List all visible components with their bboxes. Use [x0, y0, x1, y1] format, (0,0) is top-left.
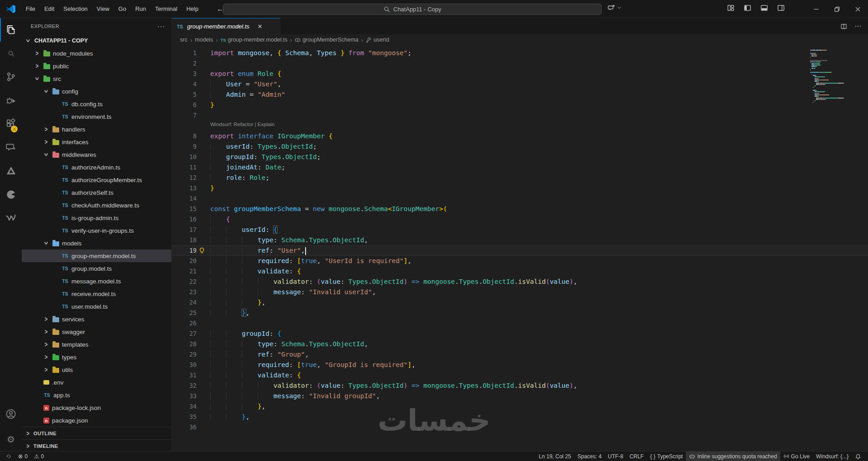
status-errors[interactable]: ⊗0: [15, 452, 31, 461]
minimap[interactable]: [810, 50, 861, 105]
code-line-6[interactable]: 6}: [172, 100, 868, 110]
code-line-15[interactable]: 15const groupMemberSchema = new mongoose…: [172, 204, 868, 214]
tree-item-models[interactable]: >models: [22, 237, 171, 249]
code-line-14[interactable]: 14: [172, 193, 868, 204]
status-windsurf-status[interactable]: Windsurf: {...}: [813, 452, 852, 461]
status-copilot-status[interactable]: Inline suggestions quota reached: [686, 452, 780, 461]
code-line-10[interactable]: 10 groupId: Types.ObjectId;: [172, 152, 868, 162]
activity-item-logo-a[interactable]: [0, 159, 22, 183]
code-line-21[interactable]: 21 validate: {: [172, 266, 868, 277]
tree-item-middlewares[interactable]: >middlewares: [22, 148, 171, 161]
chat-add-icon[interactable]: [608, 4, 615, 12]
code-line-11[interactable]: 11 joinedAt: Date;: [172, 162, 868, 173]
chevron-collapsed-icon[interactable]: >: [42, 366, 50, 373]
code-line-8[interactable]: 8export interface IGroupMember {: [172, 131, 868, 141]
code-line-4[interactable]: 4 User = "User",: [172, 79, 868, 89]
chevron-collapsed-icon[interactable]: >: [24, 442, 32, 450]
tree-item-types[interactable]: >types: [22, 351, 171, 363]
close-window-button[interactable]: [847, 0, 868, 18]
tree-item-authorizeself-ts[interactable]: TSauthorizeSelf.ts: [22, 186, 171, 199]
activity-item-logo-circle[interactable]: [0, 183, 22, 206]
tree-item-receive-model-ts[interactable]: TSreceive.model.ts: [22, 287, 171, 300]
chevron-collapsed-icon[interactable]: >: [42, 353, 50, 361]
chevron-expanded-icon[interactable]: >: [24, 37, 32, 44]
status-remote-indicator[interactable]: [3, 452, 15, 461]
status-go-live[interactable]: Go Live: [780, 452, 813, 461]
activity-item-windsurf[interactable]: [0, 206, 22, 230]
code-line-24[interactable]: 24 },: [172, 297, 868, 308]
tree-item-checkauth-middleware-ts[interactable]: TScheckAuth.middleware.ts: [22, 199, 171, 212]
toggle-panel-icon[interactable]: [760, 4, 768, 12]
chevron-collapsed-icon[interactable]: >: [42, 138, 50, 146]
status-cursor-position[interactable]: Ln 19, Col 25: [536, 452, 574, 461]
code-line-9[interactable]: 9 userId: Types.ObjectId;: [172, 141, 868, 152]
code-line-30[interactable]: 30 required: [true, "GroupId is required…: [172, 360, 868, 370]
status-warnings[interactable]: ⚠0: [31, 452, 47, 461]
code-line-27[interactable]: 27 groupId: {: [172, 329, 868, 339]
tree-item--env[interactable]: .env: [22, 376, 171, 389]
code-line-7[interactable]: 7: [172, 110, 868, 121]
activity-item-extensions[interactable]: ⚠: [0, 112, 22, 136]
tree-item-verify-user-in-groups-ts[interactable]: TSverify-user-in-groups.ts: [22, 224, 171, 237]
code-line-13[interactable]: 13}: [172, 183, 868, 193]
tree-item-authorizeadmin-ts[interactable]: TSauthorizeAdmin.ts: [22, 161, 171, 174]
menu-help[interactable]: Help: [182, 0, 203, 18]
menu-run[interactable]: Run: [131, 0, 151, 18]
code-line-1[interactable]: 1import mongoose, { Schema, Types } from…: [172, 48, 868, 58]
tab-close-icon[interactable]: ✕: [258, 23, 263, 30]
code-line-35[interactable]: 35 },: [172, 412, 868, 422]
code-line-34[interactable]: 34 },: [172, 401, 868, 412]
tree-item-app-ts[interactable]: TSapp.ts: [22, 389, 171, 401]
tree-item-is-group-admin-ts[interactable]: TSis-group-admin.ts: [22, 212, 171, 224]
code-line-23[interactable]: 23 message: "Invalid userId",: [172, 287, 868, 297]
code-line-22[interactable]: 22 validator: (value: Types.ObjectId) =>…: [172, 277, 868, 287]
sidebar-panel-timeline[interactable]: >TIMELINE: [22, 439, 171, 451]
code-line-32[interactable]: 32 validator: (value: Types.ObjectId) =>…: [172, 381, 868, 391]
code-line-33[interactable]: 33 message: "Invalid groupId",: [172, 391, 868, 401]
tab-group-member-model[interactable]: TS group-member.model.ts ✕: [172, 18, 280, 34]
chevron-collapsed-icon[interactable]: >: [42, 315, 50, 323]
code-line-12[interactable]: 12 role: Role;: [172, 173, 868, 183]
menu-view[interactable]: View: [92, 0, 114, 18]
activity-item-search[interactable]: [0, 42, 22, 65]
breadcrumb-userid[interactable]: userId: [366, 37, 389, 43]
tree-item-environment-ts[interactable]: TSenvironment.ts: [22, 110, 171, 123]
split-editor-icon[interactable]: [840, 23, 847, 30]
chevron-down-icon[interactable]: [617, 5, 623, 11]
command-center-search[interactable]: ChatApp11 - Copy: [223, 4, 602, 15]
code-line-17[interactable]: 17 userId: {: [172, 225, 868, 235]
code-line-16[interactable]: 16 {: [172, 214, 868, 225]
tree-item-package-lock-json[interactable]: npackage-lock.json: [22, 401, 171, 414]
activity-item-explorer[interactable]: [0, 18, 22, 42]
customize-layout-icon[interactable]: [727, 4, 735, 12]
tree-item-interfaces[interactable]: >interfaces: [22, 136, 171, 148]
chevron-expanded-icon[interactable]: >: [33, 75, 41, 82]
breadcrumb-group-member-model-ts[interactable]: TSgroup-member.model.ts: [221, 37, 288, 43]
tree-item-node-modules[interactable]: >node_modules: [22, 47, 171, 60]
tree-item-user-model-ts[interactable]: TSuser.model.ts: [22, 300, 171, 313]
code-line-31[interactable]: 31 validate: {: [172, 370, 868, 381]
sidebar-more-actions[interactable]: ···: [157, 23, 165, 30]
restore-button[interactable]: [826, 0, 847, 18]
chevron-collapsed-icon[interactable]: >: [42, 328, 50, 335]
tree-item-public[interactable]: >public: [22, 60, 171, 72]
tree-item-utils[interactable]: >utils: [22, 363, 171, 376]
chevron-collapsed-icon[interactable]: >: [33, 50, 41, 57]
code-line-36[interactable]: 36: [172, 422, 868, 433]
activity-item-source-control[interactable]: [0, 65, 22, 89]
chevron-expanded-icon[interactable]: >: [42, 88, 50, 95]
code-line-18[interactable]: 18 type: Schema.Types.ObjectId,: [172, 235, 868, 245]
status-notifications[interactable]: [852, 452, 864, 461]
code-line-26[interactable]: 26: [172, 318, 868, 329]
chevron-collapsed-icon[interactable]: >: [24, 430, 32, 437]
code-line-28[interactable]: 28 type: Schema.Types.ObjectId,: [172, 339, 868, 349]
editor-more-actions-icon[interactable]: ⋯: [854, 22, 862, 30]
sidebar-panel-outline[interactable]: >OUTLINE: [22, 427, 171, 439]
tree-item-config[interactable]: >config: [22, 85, 171, 98]
lightbulb-icon[interactable]: [198, 247, 205, 254]
menu-file[interactable]: File: [21, 0, 40, 18]
tree-root-folder[interactable]: >CHATAPP11 - COPY: [22, 34, 171, 47]
tree-item-package-json[interactable]: npackage.json: [22, 414, 171, 427]
tree-item-services[interactable]: >services: [22, 313, 171, 325]
code-line-20[interactable]: 20 required: [true, "UserId is required"…: [172, 256, 868, 266]
